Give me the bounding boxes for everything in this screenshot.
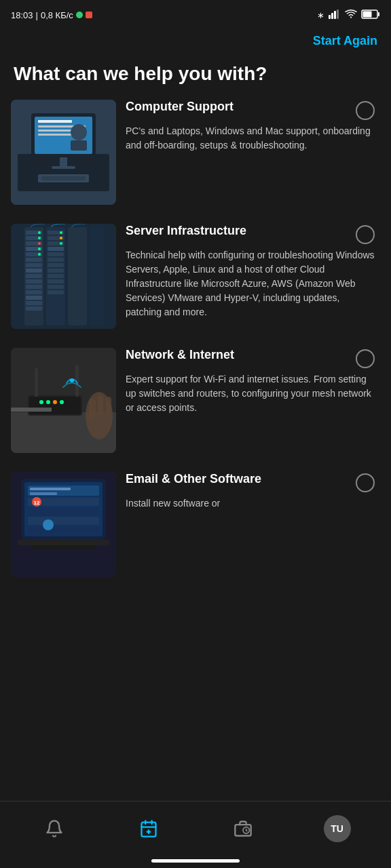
- radio-network[interactable]: [356, 349, 375, 368]
- wifi-icon: [345, 9, 357, 21]
- svg-point-59: [60, 231, 62, 234]
- nav-history[interactable]: [196, 819, 290, 838]
- svg-point-41: [38, 231, 41, 234]
- data-speed: 0,8 КБ/с: [41, 10, 73, 20]
- svg-point-71: [60, 400, 64, 404]
- option-image-computer: [11, 100, 116, 205]
- svg-point-70: [53, 400, 57, 404]
- option-title-email: Email & Other Software: [126, 472, 356, 486]
- svg-rect-39: [26, 301, 42, 305]
- option-image-email: 12: [11, 472, 116, 577]
- options-list: Computer Support PC's and Laptops, Windo…: [0, 100, 391, 801]
- svg-rect-3: [337, 9, 339, 19]
- svg-rect-92: [31, 545, 96, 549]
- calendar-plus-icon: [139, 819, 158, 838]
- signal-icon: [329, 9, 341, 21]
- svg-rect-32: [26, 263, 42, 267]
- svg-rect-54: [48, 269, 64, 273]
- svg-rect-74: [89, 399, 96, 419]
- bluetooth-icon: ∗: [317, 10, 324, 20]
- svg-rect-85: [28, 507, 99, 515]
- svg-rect-20: [41, 176, 86, 180]
- svg-rect-93: [11, 560, 116, 577]
- option-desc-server: Technical help with configuring or troub…: [126, 248, 375, 319]
- option-computer-support[interactable]: Computer Support PC's and Laptops, Windo…: [11, 100, 380, 205]
- option-email-other[interactable]: 12 Email & Other Software Install new so…: [11, 472, 380, 577]
- svg-point-45: [38, 253, 41, 256]
- svg-point-69: [46, 400, 50, 404]
- option-title-row-network: Network & Internet: [126, 348, 375, 368]
- option-desc-computer: PC's and Laptops, Windows and Mac suppor…: [126, 124, 375, 153]
- svg-rect-5: [363, 11, 372, 17]
- svg-rect-77: [11, 408, 52, 412]
- svg-rect-16: [71, 140, 87, 151]
- svg-rect-17: [60, 157, 67, 167]
- svg-rect-35: [26, 279, 42, 283]
- option-server-infrastructure[interactable]: Server Infrastructure Technical help wit…: [11, 224, 380, 329]
- bell-icon: [45, 819, 64, 838]
- option-image-network: [11, 348, 116, 453]
- option-desc-network: Expert support for Wi-Fi and internet is…: [126, 372, 375, 415]
- svg-point-72: [70, 378, 74, 382]
- svg-rect-36: [26, 285, 42, 289]
- option-image-server: [11, 224, 116, 329]
- svg-rect-1: [331, 13, 333, 19]
- radio-server[interactable]: [356, 225, 375, 244]
- svg-rect-6: [378, 12, 379, 16]
- radio-computer[interactable]: [356, 101, 375, 120]
- svg-rect-91: [18, 540, 109, 545]
- svg-rect-31: [26, 258, 42, 262]
- network-indicator: [76, 12, 83, 18]
- status-icons: ∗: [317, 9, 380, 21]
- svg-rect-34: [26, 274, 42, 278]
- svg-text:12: 12: [34, 500, 40, 506]
- svg-point-43: [38, 242, 41, 245]
- svg-point-90: [43, 519, 54, 530]
- profile-avatar[interactable]: TU: [324, 815, 351, 842]
- svg-rect-52: [48, 258, 64, 262]
- time: 18:03: [11, 10, 33, 20]
- option-content-computer: Computer Support PC's and Laptops, Windo…: [116, 100, 380, 153]
- option-content-network: Network & Internet Expert support for Wi…: [116, 348, 380, 415]
- page-title: What can we help you with?: [0, 55, 391, 100]
- svg-point-42: [38, 237, 41, 239]
- nav-profile[interactable]: TU: [290, 815, 384, 842]
- option-title-row-server: Server Infrastructure: [126, 224, 375, 244]
- option-title-server: Server Infrastructure: [126, 224, 356, 238]
- svg-rect-94: [141, 822, 155, 836]
- svg-rect-76: [106, 397, 111, 414]
- svg-rect-18: [52, 166, 75, 169]
- profile-initials: TU: [331, 823, 343, 834]
- svg-rect-56: [48, 279, 64, 283]
- option-title-row-computer: Computer Support: [126, 100, 375, 120]
- svg-rect-0: [329, 15, 331, 19]
- option-title-row-email: Email & Other Software: [126, 472, 375, 492]
- svg-point-61: [60, 242, 62, 245]
- nav-alerts[interactable]: [7, 819, 101, 838]
- status-bar: 18:03 | 0,8 КБ/с ∗: [0, 0, 391, 27]
- svg-rect-37: [26, 290, 42, 294]
- svg-rect-82: [30, 488, 71, 490]
- battery-icon: [361, 9, 380, 21]
- radio-email[interactable]: [356, 473, 375, 492]
- nav-calendar[interactable]: [101, 819, 196, 838]
- svg-rect-11: [38, 120, 72, 123]
- svg-point-44: [38, 248, 41, 250]
- record-indicator: [86, 12, 92, 18]
- svg-rect-2: [334, 11, 336, 19]
- start-again-button[interactable]: Start Again: [313, 34, 377, 48]
- svg-rect-87: [28, 526, 99, 534]
- svg-rect-24: [68, 227, 87, 326]
- option-title-computer: Computer Support: [126, 100, 356, 114]
- briefcase-clock-icon: [234, 819, 253, 838]
- svg-rect-33: [26, 269, 42, 273]
- svg-rect-57: [48, 285, 64, 289]
- svg-point-15: [71, 124, 87, 140]
- svg-rect-86: [28, 517, 99, 525]
- svg-point-68: [39, 400, 43, 404]
- option-network-internet[interactable]: Network & Internet Expert support for Wi…: [11, 348, 380, 453]
- option-title-network: Network & Internet: [126, 348, 356, 362]
- svg-rect-55: [48, 274, 64, 278]
- svg-rect-58: [48, 290, 64, 294]
- svg-rect-65: [29, 397, 81, 414]
